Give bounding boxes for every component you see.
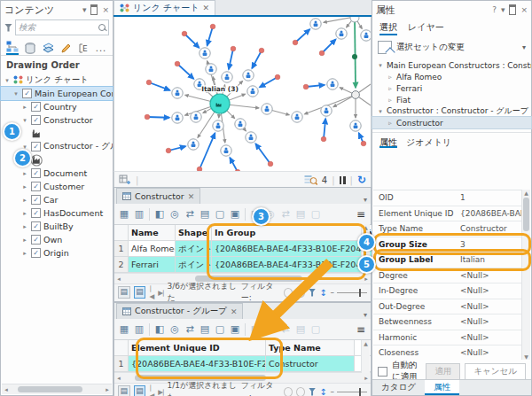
switch-highlight-icon[interactable]: ⇄ xyxy=(278,207,293,221)
table-options-icon[interactable]: ▦ xyxy=(117,207,131,221)
tab-layers[interactable]: レイヤー xyxy=(408,21,444,35)
zoom-to-selection-icon[interactable]: ◎ xyxy=(168,322,182,337)
show-selected-records-button[interactable]: ▤ xyxy=(134,385,146,396)
field-row-oid[interactable]: OID1 xyxy=(373,190,522,206)
selection-tree-item[interactable]: ▹Fiat xyxy=(372,94,531,105)
field-row-group-label[interactable]: Group LabelItalian xyxy=(373,252,522,268)
attribute-filter-icon[interactable] xyxy=(309,388,316,396)
entity-node-red[interactable] xyxy=(231,46,236,51)
expander-icon[interactable]: ▾ xyxy=(4,77,11,84)
field-row-element-unique-id[interactable]: Element Unique ID{20A86BEA-BAE4-4F33-B10… xyxy=(373,206,522,222)
tab-selection[interactable]: 選択 xyxy=(379,21,397,35)
select-related-icon[interactable]: ◧ xyxy=(153,207,167,221)
column-header-shape[interactable]: Shape xyxy=(176,225,212,240)
tree-item-car[interactable]: ▸✓Car xyxy=(1,193,113,206)
refresh-icon[interactable]: ↻ xyxy=(357,174,366,186)
expander-icon[interactable]: ▾ xyxy=(21,117,28,124)
cancel-button[interactable]: キャンセル xyxy=(465,363,526,380)
field-value[interactable]: Constructor xyxy=(460,224,522,233)
field-row-type-name[interactable]: Type NameConstructor xyxy=(373,221,522,237)
layer-checkbox[interactable]: ✓ xyxy=(31,221,41,231)
apply-button[interactable]: 適用 xyxy=(426,363,460,380)
expander-icon[interactable]: ▹ xyxy=(387,97,394,104)
entity-node[interactable] xyxy=(350,120,361,131)
entity-node[interactable] xyxy=(213,120,223,131)
scroll-left-icon[interactable]: ◂ xyxy=(114,375,123,382)
expander-icon[interactable]: ▹ xyxy=(387,74,394,81)
tab-attributes-pane[interactable]: 属性 xyxy=(425,380,459,395)
highlight-rows-icon[interactable]: ▤ xyxy=(293,322,308,337)
entity-node[interactable] xyxy=(247,86,258,97)
entity-node-red[interactable] xyxy=(319,50,325,56)
close-icon[interactable]: × xyxy=(102,5,109,14)
first-record-icon[interactable]: |◀ xyxy=(149,284,154,300)
entity-node-red[interactable] xyxy=(175,61,180,66)
table-cell[interactable]: Ferrari xyxy=(129,257,176,272)
field-value[interactable]: <Null> xyxy=(460,271,522,280)
scroll-thumb[interactable] xyxy=(18,386,82,392)
table-menu-icon[interactable]: ≡ xyxy=(354,207,368,221)
sort-icon[interactable]: ↕ xyxy=(319,387,326,396)
row-height-slider[interactable]: – xyxy=(331,288,368,297)
expander-icon[interactable]: ▾ xyxy=(377,62,384,69)
tree-item-country[interactable]: ▸✓Country xyxy=(1,100,113,113)
table-menu-chevron-icon[interactable]: ▾ xyxy=(364,196,371,204)
entity-node[interactable] xyxy=(310,19,321,29)
entity-node[interactable] xyxy=(200,48,210,58)
auto-apply-checkbox[interactable] xyxy=(378,367,387,377)
layer-checkbox[interactable]: ✓ xyxy=(31,235,41,245)
column-header-type-name[interactable]: Type Name xyxy=(266,340,355,355)
scroll-right-icon[interactable]: ▸ xyxy=(362,375,371,382)
field-value[interactable]: 3 xyxy=(460,240,522,249)
expander-icon[interactable]: ▸ xyxy=(21,183,28,190)
pane-menu-icon[interactable]: ▾ xyxy=(501,5,505,14)
table-row[interactable]: 1Alfa Romeoポイント{20A86BEA-BAE4-4F33-B10E-… xyxy=(114,241,371,257)
switch-selection-icon[interactable]: ⇄ xyxy=(183,207,197,221)
contents-horizontal-scrollbar[interactable]: ◂ ▸ xyxy=(2,384,112,394)
entity-node-red[interactable] xyxy=(182,31,187,36)
entity-node[interactable] xyxy=(222,72,232,82)
tree-item-customer[interactable]: ▸✓Customer xyxy=(1,180,113,193)
field-value[interactable]: Italian xyxy=(460,255,522,264)
close-tab-icon[interactable]: ✕ xyxy=(231,307,238,316)
tab-catalog[interactable]: カタログ xyxy=(372,380,425,395)
entity-node-red[interactable] xyxy=(145,114,150,120)
show-all-records-button[interactable]: ▤ xyxy=(118,286,130,299)
search-input[interactable]: 検索 xyxy=(15,19,109,35)
close-icon[interactable]: × xyxy=(520,5,528,14)
field-row-betweenness[interactable]: Betweenness<Null> xyxy=(373,314,522,330)
table-menu-icon[interactable]: ≡ xyxy=(354,322,368,337)
field-value[interactable]: <Null> xyxy=(460,348,522,357)
entity-node-red[interactable] xyxy=(259,48,264,53)
entity-node-red[interactable] xyxy=(166,148,171,153)
row-number[interactable]: 2 xyxy=(114,257,129,272)
entity-node[interactable] xyxy=(191,112,201,122)
layer-checkbox[interactable]: ✓ xyxy=(31,195,41,205)
copy-rows-icon[interactable]: ▣ xyxy=(228,207,242,221)
expander-icon[interactable]: ▸ xyxy=(21,210,28,217)
tree-item-hasdocument[interactable]: ▸✓HasDocument xyxy=(1,206,113,220)
close-tab-icon[interactable]: ✕ xyxy=(188,192,195,201)
tab-labeling[interactable]: E xyxy=(77,42,90,55)
tree-item-document[interactable]: ▸✓Document xyxy=(1,167,113,180)
add-to-layout-icon[interactable] xyxy=(119,175,130,185)
table-cell[interactable]: {20A86BEA-BAE4-4F33-B10E-F204B43821EA} xyxy=(129,356,266,371)
expander-icon[interactable]: ▸ xyxy=(21,197,28,204)
group-node-italian[interactable] xyxy=(210,94,230,113)
sort-icon[interactable]: ↕ xyxy=(319,288,326,298)
attribute-filter-icon[interactable] xyxy=(309,289,316,297)
table-cell[interactable]: {20A86BEA-BAE4-4F33-B10E-F204B43821EA} xyxy=(212,241,362,256)
scroll-left-icon[interactable]: ◂ xyxy=(2,386,11,393)
expander-icon[interactable]: ▸ xyxy=(21,170,28,177)
last-record-icon[interactable]: ▶| xyxy=(158,289,163,297)
entity-node[interactable] xyxy=(327,79,338,89)
selection-rows-icon[interactable]: ▤ xyxy=(198,322,212,337)
field-value[interactable]: {20A86BEA-BAE4-4F33-B10E-F204B43821EA} xyxy=(460,209,522,218)
entity-node-red[interactable] xyxy=(146,80,152,85)
table-cell[interactable]: ポイント xyxy=(176,241,212,256)
expander-icon[interactable]: ▹ xyxy=(387,85,394,92)
entity-node[interactable] xyxy=(172,88,183,98)
close-tab-icon[interactable]: ✕ xyxy=(203,4,210,12)
filter-icon[interactable] xyxy=(4,24,12,32)
scroll-right-icon[interactable]: ▸ xyxy=(103,386,112,393)
